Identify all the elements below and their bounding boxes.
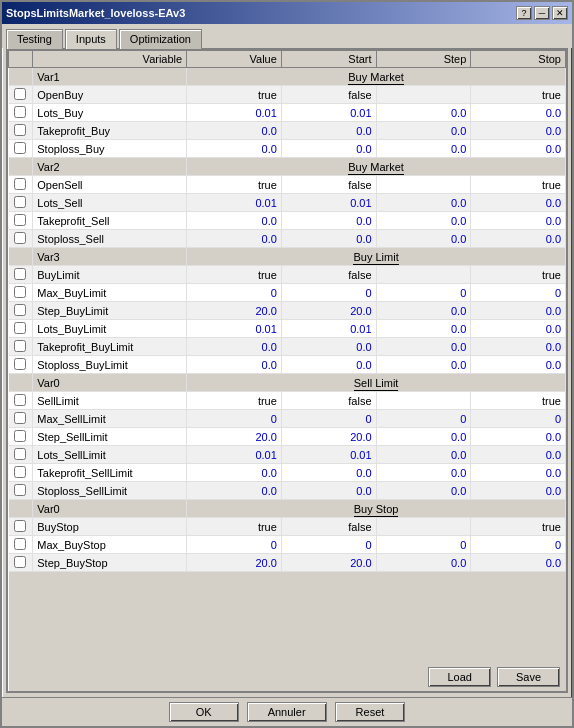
row-step: 0 <box>376 536 471 554</box>
save-button[interactable]: Save <box>497 667 560 687</box>
row-value: 0.01 <box>187 104 282 122</box>
tab-inputs[interactable]: Inputs <box>65 29 117 49</box>
row-value: true <box>187 392 282 410</box>
row-checkbox[interactable] <box>14 286 26 298</box>
row-checkbox-cell[interactable] <box>9 518 33 536</box>
row-checkbox[interactable] <box>14 268 26 280</box>
close-button[interactable]: ✕ <box>552 6 568 20</box>
row-checkbox-cell[interactable] <box>9 392 33 410</box>
row-stop: 0.0 <box>471 302 566 320</box>
row-checkbox-cell[interactable] <box>9 338 33 356</box>
row-checkbox-cell[interactable] <box>9 428 33 446</box>
row-checkbox-cell[interactable] <box>9 122 33 140</box>
row-step: 0 <box>376 410 471 428</box>
row-var-name: BuyLimit <box>33 266 187 284</box>
table-row: Stoploss_Buy 0.0 0.0 0.0 0.0 <box>9 140 566 158</box>
row-checkbox-cell[interactable] <box>9 446 33 464</box>
row-stop: 0.0 <box>471 212 566 230</box>
help-button[interactable]: ? <box>516 6 532 20</box>
row-checkbox-cell[interactable] <box>9 482 33 500</box>
row-checkbox-cell[interactable] <box>9 176 33 194</box>
row-checkbox[interactable] <box>14 304 26 316</box>
row-checkbox[interactable] <box>14 232 26 244</box>
row-checkbox[interactable] <box>14 556 26 568</box>
row-checkbox[interactable] <box>14 394 26 406</box>
row-start: 0.01 <box>281 320 376 338</box>
row-checkbox[interactable] <box>14 196 26 208</box>
row-checkbox-cell[interactable] <box>9 194 33 212</box>
row-stop: true <box>471 392 566 410</box>
row-checkbox-cell[interactable] <box>9 230 33 248</box>
var-label: Var2 <box>33 158 187 176</box>
ok-button[interactable]: OK <box>169 702 239 722</box>
table-row: Stoploss_Sell 0.0 0.0 0.0 0.0 <box>9 230 566 248</box>
load-button[interactable]: Load <box>428 667 490 687</box>
row-checkbox[interactable] <box>14 322 26 334</box>
group-header: Buy Market <box>187 68 566 86</box>
row-checkbox[interactable] <box>14 124 26 136</box>
row-value: 20.0 <box>187 428 282 446</box>
table-row: Step_BuyLimit 20.0 20.0 0.0 0.0 <box>9 302 566 320</box>
row-checkbox-cell[interactable] <box>9 140 33 158</box>
row-checkbox-cell[interactable] <box>9 536 33 554</box>
table-row: BuyStop true false true <box>9 518 566 536</box>
row-value: 0.0 <box>187 464 282 482</box>
window-title: StopsLimitsMarket_loveloss-EAv3 <box>6 7 185 19</box>
row-stop: true <box>471 518 566 536</box>
row-checkbox[interactable] <box>14 448 26 460</box>
row-var-name: Step_BuyLimit <box>33 302 187 320</box>
row-checkbox-cell[interactable] <box>9 320 33 338</box>
table-row: Lots_BuyLimit 0.01 0.01 0.0 0.0 <box>9 320 566 338</box>
minimize-button[interactable]: ─ <box>534 6 550 20</box>
row-checkbox[interactable] <box>14 412 26 424</box>
row-value: true <box>187 176 282 194</box>
reset-button[interactable]: Reset <box>335 702 406 722</box>
table-scroll[interactable]: Variable Value Start Step Stop Var1 Buy … <box>8 50 566 663</box>
row-checkbox[interactable] <box>14 430 26 442</box>
row-checkbox-cell[interactable] <box>9 410 33 428</box>
row-checkbox-cell[interactable] <box>9 104 33 122</box>
table-row: Takeprofit_Buy 0.0 0.0 0.0 0.0 <box>9 122 566 140</box>
row-checkbox[interactable] <box>14 88 26 100</box>
row-stop: 0 <box>471 410 566 428</box>
row-checkbox[interactable] <box>14 520 26 532</box>
table-row: BuyLimit true false true <box>9 266 566 284</box>
row-checkbox-cell[interactable] <box>9 464 33 482</box>
row-step <box>376 518 471 536</box>
row-checkbox-cell[interactable] <box>9 86 33 104</box>
row-stop: 0.0 <box>471 104 566 122</box>
row-checkbox[interactable] <box>14 340 26 352</box>
row-checkbox-cell[interactable] <box>9 302 33 320</box>
row-checkbox[interactable] <box>14 484 26 496</box>
row-start: 0 <box>281 410 376 428</box>
row-checkbox-cell[interactable] <box>9 266 33 284</box>
row-checkbox[interactable] <box>14 142 26 154</box>
tab-optimization[interactable]: Optimization <box>119 29 202 49</box>
row-checkbox[interactable] <box>14 538 26 550</box>
row-check-col <box>9 374 33 392</box>
row-checkbox-cell[interactable] <box>9 284 33 302</box>
row-start: false <box>281 86 376 104</box>
row-checkbox-cell[interactable] <box>9 356 33 374</box>
row-step: 0.0 <box>376 194 471 212</box>
row-checkbox[interactable] <box>14 214 26 226</box>
row-checkbox-cell[interactable] <box>9 554 33 572</box>
cancel-button[interactable]: Annuler <box>247 702 327 722</box>
row-checkbox[interactable] <box>14 466 26 478</box>
row-checkbox[interactable] <box>14 106 26 118</box>
row-stop: 0.0 <box>471 464 566 482</box>
row-value: true <box>187 518 282 536</box>
table-row: Lots_Sell 0.01 0.01 0.0 0.0 <box>9 194 566 212</box>
row-checkbox-cell[interactable] <box>9 212 33 230</box>
table-row: Stoploss_BuyLimit 0.0 0.0 0.0 0.0 <box>9 356 566 374</box>
row-step: 0.0 <box>376 338 471 356</box>
tab-testing[interactable]: Testing <box>6 29 63 49</box>
row-checkbox[interactable] <box>14 358 26 370</box>
row-step: 0.0 <box>376 464 471 482</box>
row-var-name: Stoploss_Sell <box>33 230 187 248</box>
row-checkbox[interactable] <box>14 178 26 190</box>
table-row: Var3 Buy Limit <box>9 248 566 266</box>
row-start: 0.0 <box>281 482 376 500</box>
row-stop: 0.0 <box>471 482 566 500</box>
col-stop: Stop <box>471 51 566 68</box>
